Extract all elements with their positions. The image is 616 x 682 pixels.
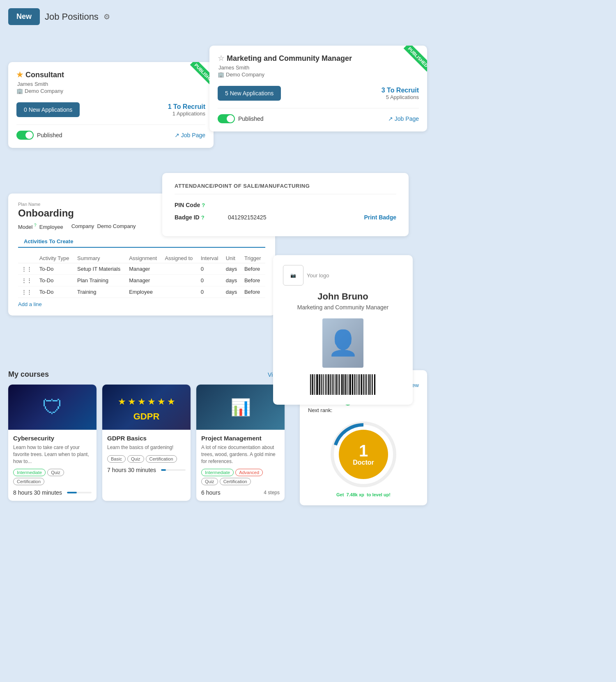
card2-job-page-link[interactable]: ↗ Job Page bbox=[388, 115, 419, 122]
card2-recruit-count: 3 To Recruit bbox=[382, 87, 419, 94]
company-meta-label: Company bbox=[71, 223, 94, 229]
drag-handle[interactable]: ⋮⋮ bbox=[18, 263, 36, 275]
tag-quiz-3: Quiz bbox=[201, 478, 218, 485]
gdpr-star-3: ★ bbox=[138, 396, 146, 407]
card1-title: ★ Consultant bbox=[16, 70, 205, 79]
pin-label: PIN Code ? bbox=[175, 202, 216, 208]
badge-person-name: John Bruno bbox=[283, 291, 403, 302]
activity-trigger: Before bbox=[241, 275, 265, 286]
gdpr-thumbnail: ★ ★ ★ ★ ★ ★ GDPR bbox=[102, 385, 191, 430]
activity-unit: days bbox=[223, 275, 241, 286]
badge-label: Badge ID ? bbox=[175, 214, 216, 221]
job-card-marketing: PUBLISHED ⋮ ☆ Marketing and Community Ma… bbox=[209, 46, 427, 131]
badge-label-text: Badge ID bbox=[175, 214, 200, 221]
card1-applications: 1 Applications bbox=[168, 111, 205, 117]
svg-point-0 bbox=[334, 425, 393, 484]
courses-section: My courses View all 🛡 Cybersecurity Lear… bbox=[8, 370, 287, 501]
print-badge-button[interactable]: Print Badge bbox=[364, 214, 396, 221]
course-card-pm: 📊 Project Management A lot of nice docum… bbox=[196, 385, 285, 501]
toggle-2[interactable] bbox=[218, 114, 235, 123]
card2-company: 🏢 Demo Company bbox=[218, 71, 419, 78]
published-ribbon-1: PUBLISHED bbox=[181, 62, 214, 95]
tag-certification-2: Certification bbox=[146, 455, 177, 463]
card1-footer: Published ↗ Job Page bbox=[16, 124, 205, 140]
rank-next: Next rank: bbox=[308, 407, 419, 413]
activity-assignment: Manager bbox=[126, 275, 161, 286]
add-line-button[interactable]: Add a line bbox=[18, 301, 42, 307]
card1-published-toggle[interactable]: Published bbox=[16, 131, 62, 140]
gdpr-name: GDPR Basics bbox=[107, 435, 186, 442]
activity-type: To-Do bbox=[36, 263, 74, 275]
activity-type: To-Do bbox=[36, 286, 74, 298]
rank-xp-text: Get 7.48k xp to level up! bbox=[308, 492, 419, 497]
toggle-1[interactable] bbox=[16, 131, 34, 140]
card2-recruit-info: 3 To Recruit 5 Applications bbox=[382, 87, 419, 100]
page-title: Job Positions bbox=[45, 12, 99, 22]
new-button[interactable]: New bbox=[8, 8, 40, 25]
activities-tab[interactable]: Activities To Create bbox=[18, 236, 79, 248]
pm-thumbnail: 📊 bbox=[196, 385, 285, 430]
card2-actions: 5 New Applications 3 To Recruit 5 Applic… bbox=[218, 86, 419, 101]
card1-job-page-text: Job Page bbox=[181, 132, 205, 138]
badge-value: 041292152425 bbox=[228, 214, 266, 221]
activity-assigned-to bbox=[161, 275, 197, 286]
main-container: PUBLISHED ★ Consultant James Smith 🏢 Dem… bbox=[8, 33, 439, 682]
gdpr-star-6: ★ bbox=[167, 396, 175, 407]
pm-name: Project Management bbox=[201, 435, 280, 442]
pm-steps: 4 steps bbox=[264, 490, 280, 495]
activity-assignment: Employee bbox=[126, 286, 161, 298]
card1-job-page-link[interactable]: ↗ Job Page bbox=[175, 132, 205, 138]
gdpr-progress: 7 hours 30 minutes bbox=[107, 467, 186, 473]
activity-summary: Training bbox=[74, 286, 126, 298]
courses-title: My courses bbox=[8, 370, 49, 379]
activity-assigned-to bbox=[161, 263, 197, 275]
company-meta-value: Demo Company bbox=[97, 223, 136, 229]
card2-footer: Published ↗ Job Page bbox=[218, 108, 419, 123]
model-label: Model bbox=[18, 224, 32, 230]
card1-actions: 0 New Applications 1 To Recruit 1 Applic… bbox=[16, 102, 205, 117]
badge-logo-row: 📷 Your logo bbox=[283, 265, 403, 286]
activity-assigned-to bbox=[161, 286, 197, 298]
cyber-duration: 8 hours 30 minutes bbox=[13, 489, 62, 496]
card2-published-toggle[interactable]: Published bbox=[218, 114, 264, 123]
drag-handle[interactable]: ⋮⋮ bbox=[18, 286, 36, 298]
more-options-button[interactable]: ⋮ bbox=[414, 51, 421, 60]
col-drag bbox=[18, 253, 36, 263]
gear-icon[interactable]: ⚙ bbox=[103, 12, 110, 21]
activity-unit: days bbox=[223, 263, 241, 275]
cyber-progress-fill bbox=[67, 492, 77, 493]
card2-company-name: Demo Company bbox=[226, 71, 264, 78]
pm-icon: 📊 bbox=[230, 398, 251, 417]
cyber-tags: Intermediate Quiz Certification bbox=[13, 469, 92, 485]
activities-table: Activity Type Summary Assignment Assigne… bbox=[18, 253, 265, 298]
pm-progress-row: 6 hours 4 steps bbox=[201, 489, 280, 496]
activity-summary: Plan Training bbox=[74, 275, 126, 286]
model-meta: Model ? Employee bbox=[18, 223, 63, 230]
new-apps-button-2[interactable]: 5 New Applications bbox=[218, 86, 281, 101]
new-apps-button-1[interactable]: 0 New Applications bbox=[16, 102, 80, 117]
pm-desc: A lot of nice documentation about trees,… bbox=[201, 444, 280, 465]
tag-basic-1: Basic bbox=[107, 455, 126, 463]
pm-duration: 6 hours bbox=[201, 489, 221, 496]
job-positions-header: New Job Positions ⚙ bbox=[8, 8, 608, 25]
person-silhouette-icon: 👤 bbox=[328, 328, 359, 357]
pin-help-icon[interactable]: ? bbox=[202, 202, 205, 208]
xp-value: 7.48k xp bbox=[346, 492, 364, 497]
card1-company: 🏢 Demo Company bbox=[16, 88, 205, 94]
rank-circle-area: 1 Doctor bbox=[308, 422, 419, 487]
company-icon-1: 🏢 bbox=[16, 88, 23, 94]
tag-certification-1: Certification bbox=[13, 478, 44, 485]
drag-handle[interactable]: ⋮⋮ bbox=[18, 275, 36, 286]
cyber-name: Cybersecurity bbox=[13, 435, 92, 442]
next-rank-label: Next rank: bbox=[308, 407, 332, 413]
activity-assignment: Manager bbox=[126, 263, 161, 275]
attendance-title: ATTENDANCE/POINT OF SALE/MANUFACTURING bbox=[175, 183, 396, 194]
gdpr-star-4: ★ bbox=[147, 396, 156, 407]
model-value: Employee bbox=[39, 224, 63, 230]
badge-help-icon[interactable]: ? bbox=[201, 214, 205, 221]
tag-quiz-2: Quiz bbox=[127, 455, 144, 463]
gdpr-stars: ★ ★ ★ ★ ★ ★ bbox=[114, 392, 179, 411]
gdpr-duration: 7 hours 30 minutes bbox=[107, 467, 156, 473]
col-interval: Interval bbox=[198, 253, 223, 263]
cyber-body: Cybersecurity Learn how to take care of … bbox=[8, 430, 97, 501]
